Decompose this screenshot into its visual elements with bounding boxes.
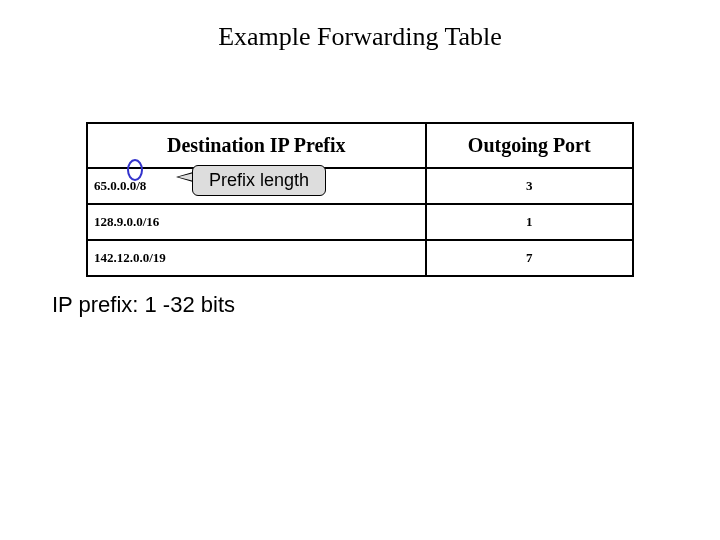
forwarding-table: Destination IP Prefix Outgoing Port 65.0… [86,122,634,277]
col-header-port: Outgoing Port [426,123,633,168]
table-row: 65.0.0.0/8 3 [87,168,633,204]
page-title: Example Forwarding Table [0,0,720,52]
cell-port: 1 [426,204,633,240]
cell-port: 7 [426,240,633,276]
forwarding-table-wrap: Destination IP Prefix Outgoing Port 65.0… [86,122,634,277]
table-row: 142.12.0.0/19 7 [87,240,633,276]
cell-port: 3 [426,168,633,204]
footnote-text: IP prefix: 1 -32 bits [52,292,235,318]
col-header-prefix: Destination IP Prefix [87,123,426,168]
cell-prefix: 128.9.0.0/16 [87,204,426,240]
table-row: 128.9.0.0/16 1 [87,204,633,240]
cell-prefix: 142.12.0.0/19 [87,240,426,276]
prefix-length-callout: Prefix length [192,165,326,196]
table-header-row: Destination IP Prefix Outgoing Port [87,123,633,168]
